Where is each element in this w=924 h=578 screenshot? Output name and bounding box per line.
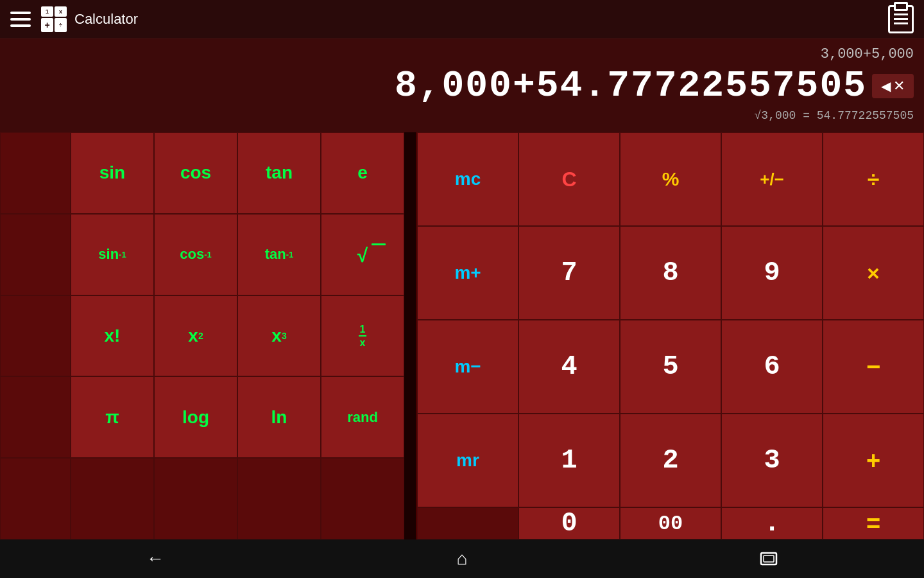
rand-button[interactable]: rand [321,376,404,458]
sci-empty-3 [0,295,71,377]
sqrt-button[interactable]: √ [321,214,404,295]
5-button[interactable]: 5 [620,320,721,414]
standard-panel: mc C % +/− ÷ m+ 7 8 9 × m− 4 5 6 − mr 1 … [417,132,924,539]
sin-inv-button[interactable]: sin-1 [71,214,154,295]
00-button[interactable]: 00 [620,507,721,539]
xsquared-button[interactable]: x2 [154,295,237,377]
mc-button[interactable]: mc [417,132,518,226]
e-button[interactable]: e [321,132,404,214]
percent-button[interactable]: % [620,132,721,226]
sqrt-symbol: √ [357,242,368,267]
0-button[interactable]: 0 [518,507,620,539]
plusminus-button[interactable]: +/− [721,132,823,226]
svg-rect-1 [764,556,774,562]
sci-empty-6 [71,458,154,539]
recents-button[interactable] [747,547,791,571]
1-button[interactable]: 1 [518,414,620,507]
menu-icon[interactable] [10,12,31,27]
mminus-button[interactable]: m− [417,320,518,414]
xcubed-button[interactable]: x3 [237,295,321,377]
2-button[interactable]: 2 [620,414,721,507]
primary-display: 8,000+54.77722557505 [10,65,867,107]
home-button[interactable]: ⌂ [444,543,481,574]
sci-empty-8 [237,458,321,539]
3-button[interactable]: 3 [721,414,823,507]
calc-body: sin cos tan e sin-1 cos-1 tan-1 √ x! x2 … [0,132,924,539]
recents-icon [760,552,778,566]
4-button[interactable]: 4 [518,320,620,414]
ln-button[interactable]: ln [237,376,321,458]
multiply-button[interactable]: × [823,226,924,320]
backspace-x: ✕ [893,78,905,94]
cos-button[interactable]: cos [154,132,237,214]
top-bar: 1 x + ÷ Calculator [0,0,924,39]
log-button[interactable]: log [154,376,237,458]
display-area: 3,000+5,000 8,000+54.77722557505 ✕ √3,00… [0,39,924,132]
primary-display-row: 8,000+54.77722557505 ✕ [10,65,914,107]
sci-empty-5 [0,458,71,539]
9-button[interactable]: 9 [721,226,823,320]
std-empty [417,507,518,539]
cos-inv-button[interactable]: cos-1 [154,214,237,295]
backspace-button[interactable]: ✕ [872,74,914,98]
back-button[interactable]: ← [133,543,177,574]
result-display: √3,000 = 54.77722557505 [10,107,914,127]
app-title: Calculator [74,11,888,28]
inverse-button[interactable]: 1 x [321,295,404,377]
clear-button[interactable]: C [518,132,620,226]
tan-inv-button[interactable]: tan-1 [237,214,321,295]
sci-empty-9 [321,458,404,539]
clipboard-icon[interactable] [888,5,914,33]
divide-button[interactable]: ÷ [823,132,924,226]
tan-button[interactable]: tan [237,132,321,214]
dot-button[interactable]: . [721,507,823,539]
7-button[interactable]: 7 [518,226,620,320]
6-button[interactable]: 6 [721,320,823,414]
mr-button[interactable]: mr [417,414,518,507]
sin-button[interactable]: sin [71,132,154,214]
8-button[interactable]: 8 [620,226,721,320]
app-icon: 1 x + ÷ [41,6,67,32]
factorial-button[interactable]: x! [71,295,154,377]
pi-button[interactable]: π [71,376,154,458]
scientific-panel: sin cos tan e sin-1 cos-1 tan-1 √ x! x2 … [0,132,417,539]
minus-button[interactable]: − [823,320,924,414]
equals-button[interactable]: = [823,507,924,539]
sci-empty-2 [0,214,71,295]
bottom-nav: ← ⌂ [0,539,924,578]
sci-empty-4 [0,376,71,458]
plus-button[interactable]: + [823,414,924,507]
sci-empty-7 [154,458,237,539]
mplus-button[interactable]: m+ [417,226,518,320]
sci-empty-1 [0,132,71,214]
secondary-display: 3,000+5,000 [10,44,914,65]
